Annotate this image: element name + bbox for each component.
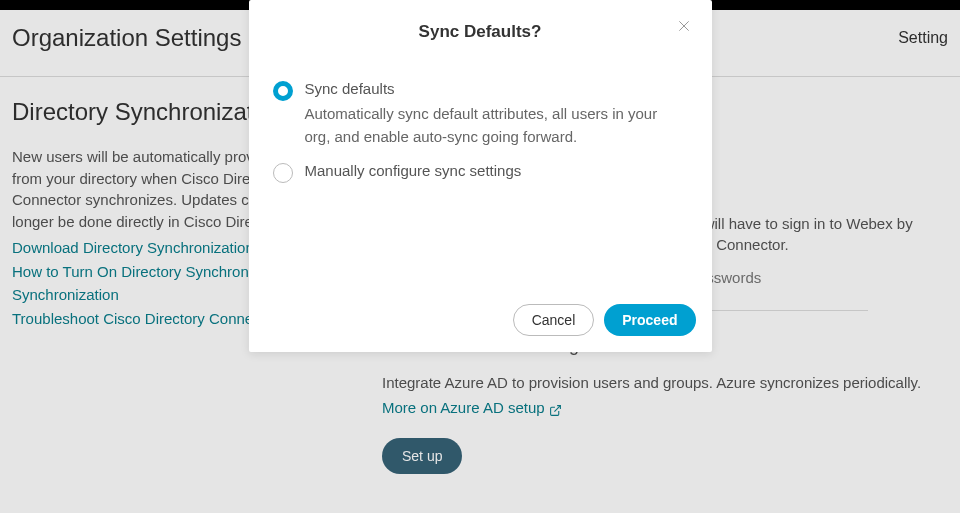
radio-icon-unselected[interactable] <box>273 163 293 183</box>
radio-option-sync-defaults[interactable]: Sync defaults Automatically sync default… <box>273 80 688 148</box>
sync-defaults-modal: Sync Defaults? Sync defaults Automatical… <box>249 0 712 352</box>
radio-icon-selected[interactable] <box>273 81 293 101</box>
radio-group: Sync defaults Automatically sync default… <box>273 80 688 183</box>
cancel-button[interactable]: Cancel <box>513 304 595 336</box>
radio-description: Automatically sync default attributes, a… <box>305 103 688 148</box>
proceed-button[interactable]: Proceed <box>604 304 695 336</box>
modal-title: Sync Defaults? <box>273 22 688 42</box>
radio-option-manual[interactable]: Manually configure sync settings <box>273 162 688 183</box>
modal-overlay: Sync Defaults? Sync defaults Automatical… <box>0 0 960 513</box>
close-icon[interactable] <box>676 18 694 36</box>
radio-label: Sync defaults <box>305 80 688 97</box>
radio-label: Manually configure sync settings <box>305 162 688 179</box>
